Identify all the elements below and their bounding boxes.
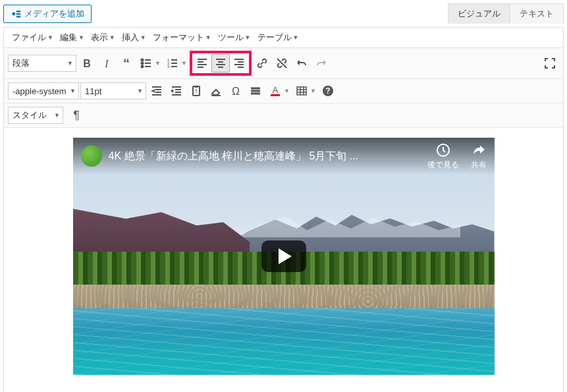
editor-content[interactable]: 4K 絶景「新緑の上高地 梓川と穂高連峰」 5月下旬 ... 後で見る 共有 (4, 128, 563, 392)
caret-icon[interactable]: ▼ (181, 60, 187, 67)
watch-later-button[interactable]: 後で見る (427, 142, 459, 171)
help-button[interactable]: ? (319, 82, 337, 100)
aux-button[interactable] (246, 82, 265, 100)
svg-rect-16 (297, 87, 306, 95)
help-icon: ? (321, 84, 335, 98)
svg-text:3: 3 (167, 65, 170, 69)
clear-format-button[interactable] (207, 82, 225, 100)
bullet-list-icon (140, 57, 153, 70)
svg-point-4 (142, 59, 144, 61)
text-color-icon: A (269, 84, 282, 98)
tab-text[interactable]: テキスト (510, 4, 563, 24)
toolbar-row-3: スタイル▼ ¶ (4, 103, 563, 128)
media-icon (11, 9, 21, 19)
share-button[interactable]: 共有 (471, 142, 487, 171)
bullet-list-button[interactable] (137, 54, 155, 72)
menu-format[interactable]: フォーマット▼ (150, 30, 214, 45)
share-icon (471, 142, 487, 158)
editor: ファイル▼ 編集▼ 表示▼ 挿入▼ フォーマット▼ ツール▼ テーブル▼ 段落▼… (3, 27, 564, 392)
caret-icon: ▼ (245, 34, 251, 41)
align-left-icon (196, 57, 209, 70)
svg-point-6 (142, 66, 144, 68)
fullscreen-icon (543, 57, 556, 70)
caret-icon: ▼ (109, 34, 115, 41)
caret-icon[interactable]: ▼ (284, 88, 290, 94)
svg-text:“: “ (123, 57, 130, 70)
font-family-select[interactable]: -apple-system▼ (8, 82, 79, 99)
alignment-highlight (190, 51, 252, 76)
svg-text:A: A (273, 85, 279, 95)
redo-icon (315, 57, 328, 70)
link-button[interactable] (253, 54, 271, 72)
numbered-list-button[interactable]: 123 (163, 54, 182, 72)
undo-icon (295, 57, 308, 70)
unlink-button[interactable] (273, 54, 291, 72)
caret-icon: ▼ (70, 88, 76, 94)
editor-mode-tabs: ビジュアル テキスト (448, 3, 564, 24)
menu-view[interactable]: 表示▼ (88, 30, 118, 45)
italic-button[interactable]: I (97, 54, 116, 72)
eraser-icon (209, 84, 223, 98)
text-color-button[interactable]: A (266, 82, 284, 100)
table-button[interactable] (292, 82, 311, 100)
caret-icon: ▼ (140, 34, 146, 41)
video-header: 4K 絶景「新緑の上高地 梓川と穂高連峰」 5月下旬 ... 後で見る 共有 (73, 138, 495, 175)
svg-point-0 (12, 12, 15, 15)
add-media-button[interactable]: メディアを追加 (3, 5, 92, 23)
align-left-button[interactable] (193, 54, 211, 72)
svg-text:I: I (104, 58, 109, 69)
channel-avatar[interactable] (81, 146, 102, 167)
menu-edit[interactable]: 編集▼ (57, 30, 87, 45)
outdent-icon (150, 84, 163, 98)
menu-insert[interactable]: 挿入▼ (119, 30, 149, 45)
font-size-select[interactable]: 11pt▼ (80, 82, 146, 99)
undo-button[interactable] (292, 54, 311, 72)
fullscreen-button[interactable] (541, 54, 559, 72)
caret-icon: ▼ (47, 34, 53, 41)
clock-icon (435, 142, 451, 158)
caret-icon: ▼ (205, 34, 211, 41)
show-blocks-button[interactable]: ¶ (67, 106, 86, 125)
play-button[interactable] (261, 240, 306, 272)
svg-rect-11 (194, 86, 198, 88)
toolbar-row-1: 段落▼ B I “ ▼ 123▼ (4, 48, 563, 79)
link-icon (256, 57, 269, 70)
align-right-icon (232, 57, 246, 70)
caret-icon[interactable]: ▼ (310, 88, 316, 94)
blockquote-button[interactable]: “ (117, 54, 136, 72)
indent-icon (170, 84, 183, 98)
menu-file[interactable]: ファイル▼ (9, 30, 56, 45)
bold-icon: B (80, 57, 94, 70)
svg-point-5 (142, 63, 144, 65)
quote-icon: “ (120, 57, 133, 70)
align-center-icon (214, 57, 227, 70)
indent-button[interactable] (167, 82, 186, 100)
svg-text:Ω: Ω (232, 86, 240, 97)
paste-text-button[interactable]: T (187, 82, 205, 100)
paragraph-select[interactable]: 段落▼ (8, 55, 76, 72)
svg-text:T: T (195, 88, 198, 94)
align-right-button[interactable] (230, 54, 248, 72)
caret-icon[interactable]: ▼ (155, 60, 161, 67)
lines-icon (249, 84, 262, 98)
bold-button[interactable]: B (78, 54, 96, 72)
special-char-button[interactable]: Ω (227, 82, 245, 100)
outdent-button[interactable] (148, 82, 166, 100)
table-icon (295, 84, 308, 98)
clipboard-icon: T (190, 84, 203, 98)
video-title[interactable]: 4K 絶景「新緑の上高地 梓川と穂高連峰」 5月下旬 ... (109, 150, 427, 163)
video-embed[interactable]: 4K 絶景「新緑の上高地 梓川と穂高連峰」 5月下旬 ... 後で見る 共有 (73, 138, 495, 375)
align-center-button[interactable] (211, 54, 230, 72)
menu-table[interactable]: テーブル▼ (255, 30, 302, 45)
svg-text:?: ? (325, 86, 330, 96)
svg-text:¶: ¶ (73, 109, 80, 122)
svg-text:B: B (83, 58, 91, 69)
menubar: ファイル▼ 編集▼ 表示▼ 挿入▼ フォーマット▼ ツール▼ テーブル▼ (4, 28, 563, 48)
svg-rect-15 (271, 94, 280, 96)
menu-tools[interactable]: ツール▼ (215, 30, 254, 45)
omega-icon: Ω (229, 84, 242, 98)
style-select[interactable]: スタイル▼ (8, 107, 63, 124)
redo-button[interactable] (312, 54, 331, 72)
unlink-icon (275, 57, 288, 70)
tab-visual[interactable]: ビジュアル (448, 4, 510, 24)
